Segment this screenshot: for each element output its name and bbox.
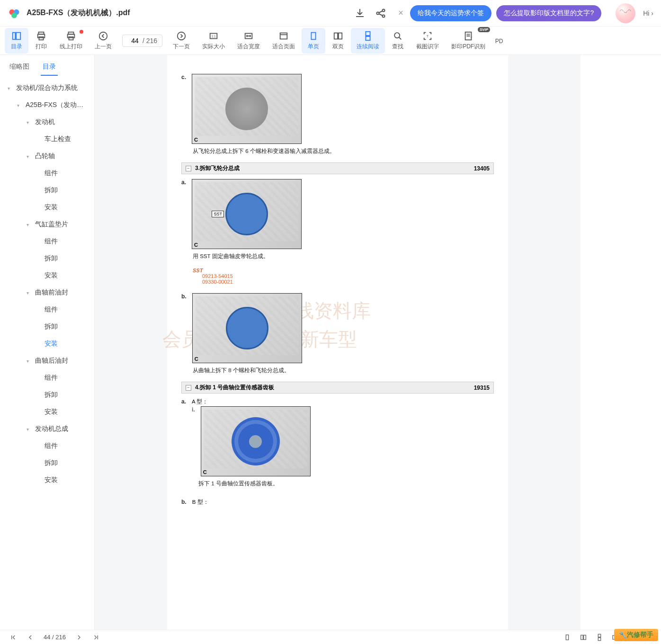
- outline-label: A25B-FXS（发动…: [26, 101, 83, 109]
- share-icon[interactable]: [375, 8, 386, 19]
- svg-rect-6: [13, 32, 16, 39]
- step-marker: b.: [181, 293, 187, 300]
- double-page-button[interactable]: 双页: [326, 28, 350, 54]
- bottom-bar: 44 / 216 1:1 🔧汽修帮手: [0, 630, 661, 644]
- outline-item[interactable]: 拆卸: [0, 182, 94, 199]
- download-icon[interactable]: [354, 8, 366, 19]
- section-header-3[interactable]: − 3.拆卸飞轮分总成 13405: [181, 162, 494, 174]
- figure-sst: SST C: [192, 179, 302, 249]
- caret-icon: ▾: [27, 290, 33, 295]
- outline-label: 发动机总成: [35, 425, 68, 433]
- outline-label: 安装: [45, 271, 58, 280]
- next-page-button[interactable]: 下一页: [167, 28, 196, 54]
- tab-thumbnails[interactable]: 缩略图: [8, 59, 31, 76]
- ai-prompt-fortune[interactable]: 给我今天的运势求个签: [410, 5, 491, 21]
- outline-label: 拆卸: [45, 186, 58, 195]
- svg-rect-29: [566, 635, 568, 640]
- print-button[interactable]: 打印: [29, 28, 53, 54]
- svg-point-15: [178, 32, 186, 40]
- outline-label: 安装: [45, 476, 58, 484]
- outline-item[interactable]: 安装: [0, 199, 94, 216]
- outline-label: 组件: [45, 374, 58, 382]
- pdf-tool-button[interactable]: PD: [492, 34, 506, 47]
- outline-label: 发动机: [35, 118, 55, 126]
- figure-clutch: C: [192, 74, 302, 144]
- outline-label: 拆卸: [45, 254, 58, 263]
- prev-page-button[interactable]: 上一页: [89, 28, 117, 54]
- last-page-icon[interactable]: [92, 634, 100, 641]
- outline-item[interactable]: 安装: [0, 267, 94, 284]
- fit-page-button[interactable]: 适合页面: [267, 28, 301, 54]
- single-view-icon[interactable]: [563, 634, 571, 641]
- sidebar: 缩略图 目录 ▾发动机/混合动力系统▾A25B-FXS（发动…▾发动机车上检查▾…: [0, 55, 95, 630]
- continuous-view-icon[interactable]: [596, 634, 603, 641]
- screenshot-ocr-button[interactable]: T 截图识字: [411, 28, 445, 54]
- page-total-label: / 216: [143, 37, 157, 45]
- outline-item[interactable]: 安装: [0, 335, 94, 352]
- document-viewport[interactable]: c. C 从飞轮分总成上拆下 6 个螺栓和变速器输入减震器总成。 − 3.拆卸飞…: [95, 55, 581, 630]
- outline-item[interactable]: 组件: [0, 438, 94, 455]
- next-page-icon[interactable]: [75, 634, 83, 641]
- scan-pdf-ocr-button[interactable]: SVIP T 影印PDF识别: [446, 28, 491, 54]
- svg-point-2: [11, 12, 17, 18]
- outline-item[interactable]: ▾凸轮轴: [0, 148, 94, 165]
- outline-item[interactable]: 拆卸: [0, 318, 94, 335]
- sst-label: SST: [193, 268, 494, 273]
- outline-item[interactable]: ▾A25B-FXS（发动…: [0, 97, 94, 114]
- single-page-button[interactable]: 单页: [302, 28, 325, 54]
- outline-item[interactable]: 组件: [0, 233, 94, 250]
- prev-page-icon[interactable]: [27, 634, 34, 641]
- caret-icon: ▾: [27, 120, 33, 125]
- document-title: A25B-FXS（发动机机械）.pdf: [27, 8, 354, 18]
- svg-rect-22: [339, 33, 342, 39]
- sst-number: 09213-54015: [202, 273, 494, 279]
- online-print-button[interactable]: 线上打印: [54, 28, 88, 54]
- outline-item[interactable]: 安装: [0, 472, 94, 489]
- outline-item[interactable]: ▾曲轴后油封: [0, 352, 94, 369]
- type-label: B 型：: [192, 499, 209, 506]
- figure-sensor-gear: C: [201, 406, 311, 476]
- svg-rect-23: [366, 31, 370, 35]
- outline-button[interactable]: 目录: [5, 28, 28, 54]
- hi-label[interactable]: Hi ›: [643, 9, 653, 17]
- sst-number: 09330-00021: [202, 279, 494, 285]
- outline-item[interactable]: 车上检查: [0, 131, 94, 148]
- figure-caption: 用 SST 固定曲轴皮带轮总成。: [193, 253, 494, 260]
- actual-size-button[interactable]: 1:1 实际大小: [197, 28, 231, 54]
- assistant-avatar[interactable]: [616, 3, 635, 23]
- svg-rect-24: [366, 36, 370, 40]
- ai-prompt-ocr[interactable]: 怎么提取影印版文档里的文字?: [496, 5, 601, 21]
- outline-item[interactable]: 组件: [0, 165, 94, 182]
- close-ai-icon[interactable]: ×: [396, 9, 405, 18]
- outline-label: 曲轴后油封: [35, 357, 68, 365]
- figure-flywheel-bolts: C: [192, 293, 302, 363]
- outline-item[interactable]: 拆卸: [0, 250, 94, 267]
- step-marker: b.: [181, 499, 187, 505]
- continuous-read-button[interactable]: 连续阅读: [351, 28, 385, 54]
- outline-item[interactable]: ▾气缸盖垫片: [0, 216, 94, 233]
- search-button[interactable]: 查找: [386, 28, 410, 54]
- collapse-icon[interactable]: −: [186, 166, 191, 171]
- outline-item[interactable]: 组件: [0, 369, 94, 386]
- outline-item[interactable]: ▾发动机: [0, 114, 94, 131]
- fit-width-button[interactable]: 适合宽度: [232, 28, 266, 54]
- first-page-icon[interactable]: [9, 634, 17, 641]
- collapse-icon[interactable]: −: [186, 385, 191, 391]
- caret-icon: ▾: [27, 222, 33, 227]
- outline-item[interactable]: 组件: [0, 301, 94, 318]
- section-header-4[interactable]: − 4.拆卸 1 号曲轴位置传感器齿板 19315: [181, 382, 494, 394]
- page-number-input[interactable]: [127, 37, 143, 45]
- outline-item[interactable]: 安装: [0, 403, 94, 420]
- outline-item[interactable]: ▾发动机/混合动力系统: [0, 80, 94, 97]
- outline-item[interactable]: ▾发动机总成: [0, 420, 94, 438]
- step-marker: c.: [181, 74, 186, 80]
- outline-item[interactable]: 拆卸: [0, 386, 94, 403]
- tab-outline[interactable]: 目录: [41, 59, 58, 76]
- outline-item[interactable]: 拆卸: [0, 455, 94, 472]
- svg-point-25: [394, 33, 400, 38]
- outline-item[interactable]: ▾曲轴前油封: [0, 284, 94, 301]
- double-view-icon[interactable]: [580, 634, 587, 641]
- right-panel: [581, 55, 661, 630]
- page-input-group[interactable]: / 216: [122, 35, 162, 47]
- outline-label: 气缸盖垫片: [35, 220, 68, 229]
